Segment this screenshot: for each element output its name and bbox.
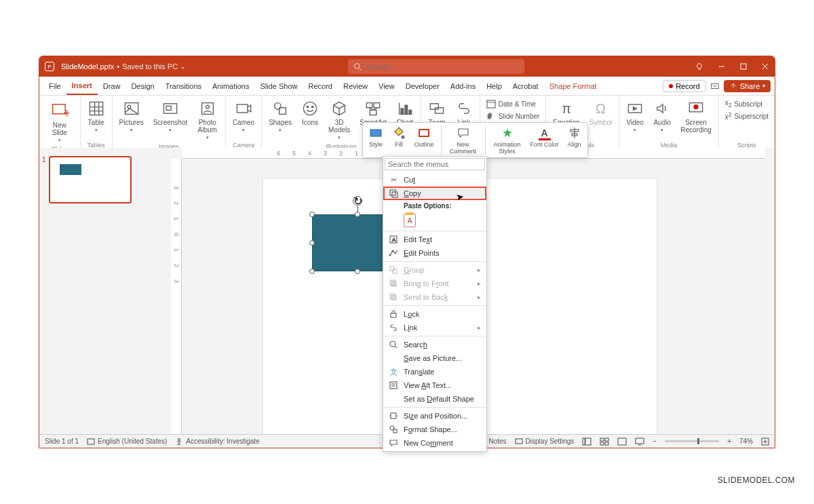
svg-point-28 (307, 106, 308, 107)
fit-window-icon[interactable] (761, 438, 769, 446)
slideshow-view-icon[interactable] (635, 438, 644, 446)
resize-handle[interactable] (309, 240, 315, 246)
close-button[interactable] (761, 62, 769, 71)
pictures-button[interactable]: Pictures▾ (117, 98, 147, 134)
align-button[interactable]: Align (566, 125, 583, 155)
bring-front-icon (389, 279, 398, 288)
svg-rect-41 (401, 109, 404, 114)
screen-recording-button[interactable]: Screen Recording (678, 98, 714, 135)
menu-copy[interactable]: Copy (383, 187, 486, 200)
new-comment-button[interactable]: New Comment (447, 125, 480, 155)
tab-animations[interactable]: Animations (207, 77, 254, 95)
sorter-view-icon[interactable] (600, 438, 609, 446)
menu-send-to-back: Send to Back▸ (383, 290, 486, 304)
shapes-button[interactable]: Shapes▾ (266, 98, 294, 134)
svg-rect-91 (390, 382, 397, 389)
slide-counter[interactable]: Slide 1 of 1 (45, 438, 79, 445)
tab-acrobat[interactable]: Acrobat (507, 77, 544, 95)
animation-styles-button[interactable]: ★Animation Styles (491, 125, 524, 155)
ribbon-display-icon[interactable] (710, 81, 720, 91)
table-button[interactable]: Table▾ (85, 98, 108, 134)
slide-number-button[interactable]: #Slide Number (484, 111, 542, 121)
tab-record[interactable]: Record (303, 77, 337, 95)
menu-format-shape[interactable]: Format Shape... (383, 423, 486, 436)
subscript-button[interactable]: x2Subscript (723, 98, 771, 109)
chevron-down-icon[interactable]: ⌄ (180, 63, 186, 70)
tab-review[interactable]: Review (338, 77, 373, 95)
filename: SlideModel.pptx (61, 62, 114, 71)
resize-handle[interactable] (355, 212, 360, 217)
accessibility-button[interactable]: Accessibility: Investigate (175, 438, 259, 446)
svg-line-32 (339, 105, 345, 109)
svg-rect-35 (374, 103, 379, 108)
tab-slideshow[interactable]: Slide Show (254, 77, 303, 95)
svg-rect-34 (366, 103, 372, 108)
tab-design[interactable]: Design (125, 77, 159, 95)
style-button[interactable]: Style (367, 125, 385, 155)
svg-rect-36 (370, 110, 376, 115)
font-color-button[interactable]: AFont Color (529, 125, 560, 155)
menu-save-as-picture[interactable]: Save as Picture... (383, 351, 486, 365)
menu-edit-text[interactable]: AEdit Text (383, 233, 486, 246)
3d-models-button[interactable]: 3D Models▾ (326, 98, 353, 142)
tab-shape-format[interactable]: Shape Format (544, 77, 602, 95)
photo-album-button[interactable]: Photo Album▾ (194, 98, 221, 142)
menu-new-comment[interactable]: New Comment (383, 436, 486, 450)
menu-set-default-shape[interactable]: Set as Default Shape (383, 392, 486, 406)
menu-lock[interactable]: Lock (383, 307, 486, 321)
fill-button[interactable]: Fill (390, 125, 408, 155)
lightbulb-icon[interactable] (695, 62, 704, 71)
search-box[interactable] (348, 59, 524, 74)
maximize-button[interactable] (739, 62, 748, 71)
minimize-button[interactable] (718, 62, 726, 71)
slide-thumbnail[interactable]: 1 (49, 156, 152, 203)
cameo-button[interactable]: Cameo▾ (230, 98, 257, 134)
zoom-in-button[interactable]: + (727, 438, 731, 445)
resize-handle[interactable] (309, 212, 315, 217)
new-slide-button[interactable]: New Slide▾ (43, 98, 76, 144)
menu-link[interactable]: Link▸ (383, 321, 486, 334)
language-button[interactable]: English (United States) (87, 438, 167, 446)
save-status[interactable]: Saved to this PC (122, 62, 178, 71)
record-button[interactable]: Record (663, 80, 705, 92)
zoom-out-button[interactable]: − (653, 438, 657, 445)
search-input[interactable] (366, 62, 519, 71)
superscript-button[interactable]: x2Superscript (723, 111, 771, 121)
menu-size-position[interactable]: Size and Position... (383, 409, 486, 423)
tab-view[interactable]: View (373, 77, 400, 95)
icons-button[interactable]: Icons (298, 98, 322, 128)
tab-help[interactable]: Help (481, 77, 507, 95)
svg-marker-50 (634, 107, 637, 111)
resize-handle[interactable] (355, 269, 360, 274)
menu-search-input[interactable] (385, 158, 485, 170)
tab-draw[interactable]: Draw (98, 77, 126, 95)
tab-insert[interactable]: Insert (66, 77, 98, 95)
menu-translate[interactable]: 文Translate (383, 365, 486, 379)
reading-view-icon[interactable] (617, 438, 627, 446)
audio-button[interactable]: Audio▾ (651, 98, 674, 134)
slide-thumbnail-panel[interactable]: 1 (39, 148, 161, 434)
tab-addins[interactable]: Add-ins (445, 77, 481, 95)
svg-point-27 (303, 102, 316, 115)
normal-view-icon[interactable] (582, 438, 592, 446)
rotate-handle-icon[interactable]: ↻ (353, 196, 362, 206)
date-time-button[interactable]: Date & Time (484, 98, 542, 109)
outline-button[interactable]: Outline (413, 125, 435, 155)
svg-point-19 (128, 105, 131, 109)
video-button[interactable]: Video▾ (623, 98, 646, 134)
tab-transitions[interactable]: Transitions (160, 77, 207, 95)
zoom-slider[interactable] (665, 440, 719, 442)
screenshot-button[interactable]: Screenshot▾ (151, 98, 190, 134)
resize-handle[interactable] (309, 269, 315, 274)
menu-alt-text[interactable]: View Alt Text... (383, 379, 486, 392)
menu-cut[interactable]: ✂Cut (383, 173, 486, 187)
zoom-level[interactable]: 74% (739, 438, 753, 445)
menu-edit-points[interactable]: Edit Points (383, 246, 486, 260)
display-settings-button[interactable]: Display Settings (515, 438, 575, 446)
menu-search[interactable]: Search (383, 338, 486, 351)
paste-option-keep-formatting[interactable]: A (383, 212, 486, 229)
symbol-button[interactable]: ΩSymbol (587, 98, 615, 128)
tab-developer[interactable]: Developer (400, 77, 445, 95)
share-button[interactable]: Share▾ (724, 80, 771, 92)
tab-file[interactable]: File (43, 77, 66, 95)
